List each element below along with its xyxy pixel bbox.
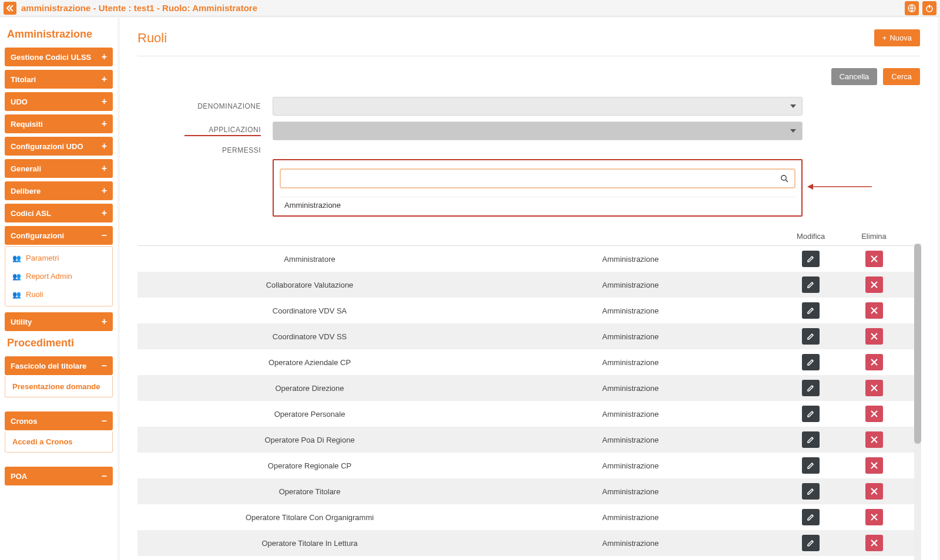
subnav-parametri[interactable]: Parametri: [5, 249, 112, 267]
nav-utility[interactable]: Utility+: [5, 312, 113, 331]
nav-configurazioni-udo[interactable]: Configurazioni UDO+: [5, 137, 113, 156]
table-scrollbar[interactable]: [914, 244, 921, 560]
filter-label-applicazioni: APPLICAZIONI: [184, 126, 261, 136]
nav-gestione-codici-ulss[interactable]: Gestione Codici ULSS+: [5, 48, 113, 66]
th-denominazione: [137, 227, 482, 246]
svg-marker-6: [807, 184, 813, 190]
close-icon: [871, 359, 878, 366]
edit-button[interactable]: [802, 535, 820, 551]
nav-udo[interactable]: UDO+: [5, 92, 113, 111]
edit-button[interactable]: [802, 406, 820, 422]
nav-configurazioni[interactable]: Configurazioni–: [5, 226, 113, 245]
cell-denominazione: Coordinatore VDV SS: [137, 323, 482, 349]
search-button[interactable]: Cerca: [883, 68, 920, 85]
nav-cronos[interactable]: Cronos–: [5, 411, 113, 430]
th-modifica: Modifica: [779, 227, 842, 246]
power-button[interactable]: [922, 1, 936, 15]
expand-icon: +: [102, 119, 107, 129]
edit-button[interactable]: [802, 251, 820, 267]
close-icon: [871, 255, 878, 262]
cell-denominazione: Operatore Direzione: [137, 375, 482, 401]
edit-icon: [807, 461, 815, 470]
close-icon: [871, 436, 878, 443]
plus-icon: +: [882, 33, 887, 42]
collapse-icon: –: [102, 416, 107, 426]
edit-button[interactable]: [802, 354, 820, 370]
select-applicazioni[interactable]: [273, 122, 803, 140]
subnav-presentazione-domande[interactable]: Presentazione domande: [5, 376, 113, 397]
dropdown-search-input[interactable]: [282, 171, 776, 186]
close-icon: [871, 307, 878, 314]
edit-button[interactable]: [802, 431, 820, 448]
close-icon: [871, 539, 878, 546]
dropdown-option-amministrazione[interactable]: Amministrazione: [280, 197, 795, 213]
users-icon: [12, 272, 21, 281]
subnav-ruoli[interactable]: Ruoli: [5, 285, 112, 303]
delete-button[interactable]: [865, 483, 883, 500]
delete-button[interactable]: [865, 251, 883, 267]
sidebar[interactable]: Amministrazione Gestione Codici ULSS+ Ti…: [0, 18, 118, 560]
subnav-accedi-cronos[interactable]: Accedi a Cronos: [5, 431, 113, 453]
nav-fascicolo-titolare[interactable]: Fascicolo del titolare–: [5, 356, 113, 375]
cell-denominazione: Collaboratore Valutazione: [137, 272, 482, 298]
new-button[interactable]: + Nuova: [874, 29, 920, 46]
applicazioni-dropdown-panel: Amministrazione: [273, 159, 803, 217]
edit-button[interactable]: [802, 276, 820, 293]
main-scroll[interactable]: Ruoli + Nuova Cancella Cerca DENOMINAZIO…: [120, 18, 938, 560]
edit-button[interactable]: [802, 380, 820, 396]
cancel-button[interactable]: Cancella: [831, 68, 878, 85]
close-icon: [871, 410, 878, 417]
svg-line-4: [785, 180, 788, 182]
edit-icon: [807, 487, 815, 495]
annotation-arrow: [807, 183, 872, 191]
cell-denominazione: Operatore Titolare Con Organigrammi: [137, 504, 482, 530]
nav-generali[interactable]: Generali+: [5, 159, 113, 178]
delete-button[interactable]: [865, 276, 883, 293]
nav-poa[interactable]: POA–: [5, 467, 113, 485]
select-denominazione[interactable]: [273, 97, 803, 116]
delete-button[interactable]: [865, 302, 883, 319]
subnav-report-admin[interactable]: Report Admin: [5, 267, 112, 285]
table-row: Collaboratore ValutazioneAmministrazione: [137, 272, 920, 298]
edit-icon: [807, 539, 815, 547]
cell-applicazione: Amministrazione: [482, 349, 779, 375]
table-row: Coordinatore VDV SSAmministrazione: [137, 323, 920, 349]
scrollbar-thumb[interactable]: [914, 244, 921, 444]
edit-button[interactable]: [802, 457, 820, 474]
app-title: amministrazione - Utente : test1 - Ruolo…: [21, 3, 257, 13]
delete-button[interactable]: [865, 457, 883, 474]
cell-applicazione: Amministrazione: [482, 323, 779, 349]
subnav-configurazioni: Parametri Report Admin Ruoli: [5, 246, 113, 306]
cell-denominazione: Operatore Regionale CP: [137, 453, 482, 478]
edit-button[interactable]: [802, 509, 820, 525]
edit-button[interactable]: [802, 328, 820, 345]
expand-icon: +: [102, 208, 107, 218]
th-applicazione: [482, 227, 779, 246]
close-icon: [871, 384, 878, 392]
delete-button[interactable]: [865, 406, 883, 422]
delete-button[interactable]: [865, 509, 883, 525]
edit-button[interactable]: [802, 483, 820, 500]
delete-button[interactable]: [865, 328, 883, 345]
edit-icon: [807, 436, 815, 444]
dropdown-search-wrap: [280, 168, 795, 188]
delete-button[interactable]: [865, 535, 883, 551]
edit-button[interactable]: [802, 302, 820, 319]
collapse-sidebar-button[interactable]: [4, 2, 16, 15]
edit-icon: [807, 384, 815, 392]
table-row: Operatore PersonaleAmministrazione: [137, 401, 920, 427]
nav-delibere[interactable]: Delibere+: [5, 181, 113, 200]
delete-button[interactable]: [865, 354, 883, 370]
edit-icon: [807, 410, 815, 418]
language-button[interactable]: [905, 1, 919, 15]
nav-titolari[interactable]: Titolari+: [5, 70, 113, 89]
delete-button[interactable]: [865, 380, 883, 396]
nav-requisiti[interactable]: Requisiti+: [5, 114, 113, 133]
edit-icon: [807, 255, 815, 263]
nav-codici-asl[interactable]: Codici ASL+: [5, 204, 113, 222]
roles-table: Modifica Elimina AmministratoreAmministr…: [137, 227, 920, 560]
cell-applicazione: Amministrazione: [482, 530, 779, 556]
collapse-icon: –: [102, 231, 107, 240]
topbar: amministrazione - Utente : test1 - Ruolo…: [0, 0, 940, 16]
delete-button[interactable]: [865, 431, 883, 448]
